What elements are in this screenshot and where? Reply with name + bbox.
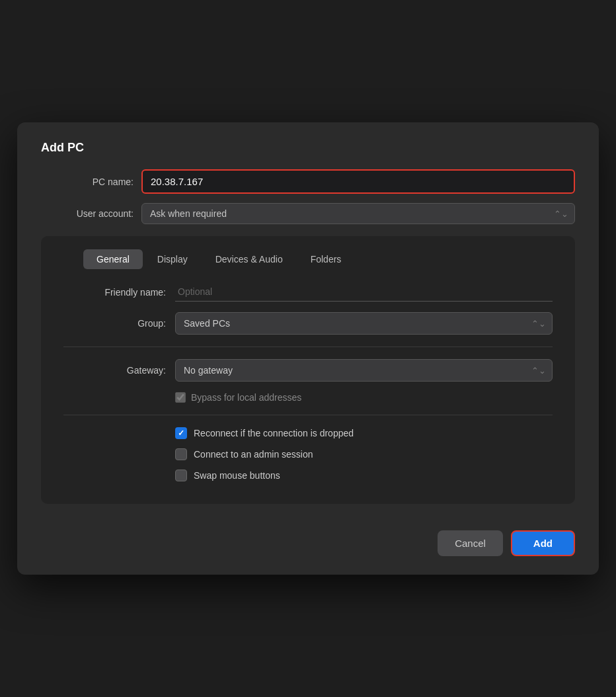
bypass-label: Bypass for local addresses [191,392,301,403]
user-account-select[interactable]: Ask when required Add User Account... Ot… [141,203,575,224]
gateway-select[interactable]: No gateway [175,359,553,382]
admin-label: Connect to an admin session [194,449,313,460]
add-button[interactable]: Add [511,530,575,556]
group-row: Group: Saved PCs ⌃⌄ [63,312,553,335]
checkbox-row-swap: Swap mouse buttons [175,470,553,481]
tab-general[interactable]: General [83,249,143,269]
dialog-footer: Cancel Add [41,524,575,556]
tabs-panel: General Display Devices & Audio Folders … [41,236,575,504]
user-account-select-wrapper: Ask when required Add User Account... Ot… [141,203,575,224]
tab-folders[interactable]: Folders [297,249,355,269]
friendly-name-input[interactable] [175,282,553,302]
tabs-bar: General Display Devices & Audio Folders [83,249,559,269]
divider-2 [63,415,553,415]
gateway-select-wrapper: No gateway ⌃⌄ [175,359,553,382]
reconnect-label: Reconnect if the connection is dropped [194,428,354,438]
bypass-row: Bypass for local addresses [175,392,553,403]
tab-content-general: Friendly name: Group: Saved PCs ⌃⌄ Gatew… [57,282,559,481]
divider-1 [63,347,553,347]
pc-name-label: PC name: [41,177,134,187]
swap-label: Swap mouse buttons [194,470,280,481]
pc-name-row: PC name: [41,169,575,194]
friendly-name-row: Friendly name: [63,282,553,302]
group-select[interactable]: Saved PCs [175,312,553,335]
bypass-checkbox[interactable] [175,392,186,403]
swap-checkbox[interactable] [175,470,187,481]
reconnect-checkbox[interactable]: ✓ [175,427,187,439]
user-account-label: User account: [41,208,134,219]
tab-display[interactable]: Display [144,249,201,269]
user-account-row: User account: Ask when required Add User… [41,203,575,224]
tab-devices-audio[interactable]: Devices & Audio [202,249,296,269]
gateway-row: Gateway: No gateway ⌃⌄ [63,359,553,382]
checkmark-icon: ✓ [178,429,184,438]
checkbox-row-reconnect: ✓ Reconnect if the connection is dropped [175,427,553,439]
add-pc-dialog: Add PC PC name: User account: Ask when r… [17,122,599,575]
dialog-title: Add PC [41,141,575,155]
friendly-name-label: Friendly name: [63,287,166,298]
pc-name-input[interactable] [141,169,575,194]
checkboxes-section: ✓ Reconnect if the connection is dropped… [175,427,553,481]
cancel-button[interactable]: Cancel [438,530,503,556]
group-select-wrapper: Saved PCs ⌃⌄ [175,312,553,335]
gateway-label: Gateway: [63,365,166,376]
checkbox-row-admin: Connect to an admin session [175,448,553,460]
admin-checkbox[interactable] [175,448,187,460]
group-label: Group: [63,318,166,329]
